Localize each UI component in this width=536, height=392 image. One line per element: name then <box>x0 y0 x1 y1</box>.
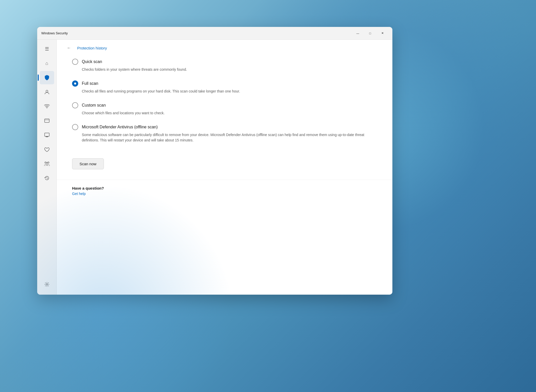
offline-scan-header: Microsoft Defender Antivirus (offline sc… <box>72 124 377 130</box>
svg-rect-4 <box>45 133 49 136</box>
quick-scan-label: Quick scan <box>82 59 102 64</box>
scan-now-button[interactable]: Scan now <box>72 158 104 169</box>
window-body: ☰ ⌂ <box>37 40 392 295</box>
minimize-button[interactable]: — <box>352 29 364 37</box>
history-icon <box>44 175 50 181</box>
full-scan-option: Full scan Checks all files and running p… <box>72 80 377 94</box>
svg-rect-2 <box>45 119 49 122</box>
sidebar-item-history[interactable] <box>40 171 54 185</box>
family-icon <box>44 161 50 167</box>
shield-icon <box>44 75 50 80</box>
back-button[interactable]: ← <box>65 44 73 52</box>
menu-icon: ☰ <box>44 46 50 52</box>
sidebar-item-family[interactable] <box>40 157 54 170</box>
sidebar: ☰ ⌂ <box>37 40 57 295</box>
svg-point-0 <box>46 90 48 92</box>
scan-options-list: Quick scan Checks folders in your system… <box>57 56 392 156</box>
help-section: Have a question? Get help <box>57 180 392 202</box>
svg-point-1 <box>46 108 47 108</box>
windows-security-window: Windows Security — □ ✕ ☰ ⌂ <box>37 27 392 295</box>
custom-scan-option: Custom scan Choose which files and locat… <box>72 102 377 116</box>
sidebar-item-menu[interactable]: ☰ <box>40 42 54 56</box>
quick-scan-radio[interactable] <box>72 59 78 65</box>
svg-point-8 <box>47 162 49 163</box>
sidebar-item-settings[interactable] <box>40 279 54 292</box>
window-title: Windows Security <box>41 31 352 35</box>
protection-history-link[interactable]: Protection history <box>77 46 107 50</box>
full-scan-radio[interactable] <box>72 80 78 87</box>
sidebar-item-device[interactable] <box>40 128 54 142</box>
network-icon <box>44 104 50 109</box>
account-icon <box>44 89 50 95</box>
custom-scan-label: Custom scan <box>82 103 106 108</box>
offline-scan-radio[interactable] <box>72 124 78 130</box>
sidebar-item-network[interactable] <box>40 100 54 113</box>
svg-point-9 <box>46 162 47 164</box>
device-icon <box>44 132 50 138</box>
custom-scan-description: Choose which files and locations you wan… <box>82 110 377 116</box>
sidebar-item-shield[interactable] <box>40 71 54 84</box>
full-scan-header: Full scan <box>72 80 377 87</box>
maximize-button[interactable]: □ <box>364 29 376 37</box>
title-bar: Windows Security — □ ✕ <box>37 27 392 40</box>
offline-scan-option: Microsoft Defender Antivirus (offline sc… <box>72 124 377 143</box>
full-scan-label: Full scan <box>82 81 98 86</box>
window-controls: — □ ✕ <box>352 29 388 37</box>
sidebar-item-health[interactable] <box>40 143 54 156</box>
svg-point-10 <box>46 284 48 285</box>
quick-scan-option: Quick scan Checks folders in your system… <box>72 59 377 72</box>
custom-scan-radio[interactable] <box>72 102 78 108</box>
sidebar-item-home[interactable]: ⌂ <box>40 57 54 70</box>
custom-scan-header: Custom scan <box>72 102 377 108</box>
help-title: Have a question? <box>72 186 377 190</box>
sidebar-item-account[interactable] <box>40 85 54 99</box>
offline-scan-description: Some malicious software can be particula… <box>82 132 377 143</box>
quick-scan-description: Checks folders in your system where thre… <box>82 67 377 72</box>
settings-icon <box>44 282 50 287</box>
app-icon <box>44 118 50 123</box>
main-content: ← Protection history Quick scan Checks f… <box>57 40 392 295</box>
offline-scan-label: Microsoft Defender Antivirus (offline sc… <box>82 125 158 129</box>
top-nav: ← Protection history <box>57 40 392 56</box>
sidebar-item-app[interactable] <box>40 114 54 127</box>
health-icon <box>44 147 50 152</box>
quick-scan-header: Quick scan <box>72 59 377 65</box>
get-help-link[interactable]: Get help <box>72 192 86 196</box>
svg-point-7 <box>45 162 46 163</box>
full-scan-description: Checks all files and running programs on… <box>82 89 377 94</box>
close-button[interactable]: ✕ <box>376 29 388 37</box>
home-icon: ⌂ <box>44 60 50 66</box>
